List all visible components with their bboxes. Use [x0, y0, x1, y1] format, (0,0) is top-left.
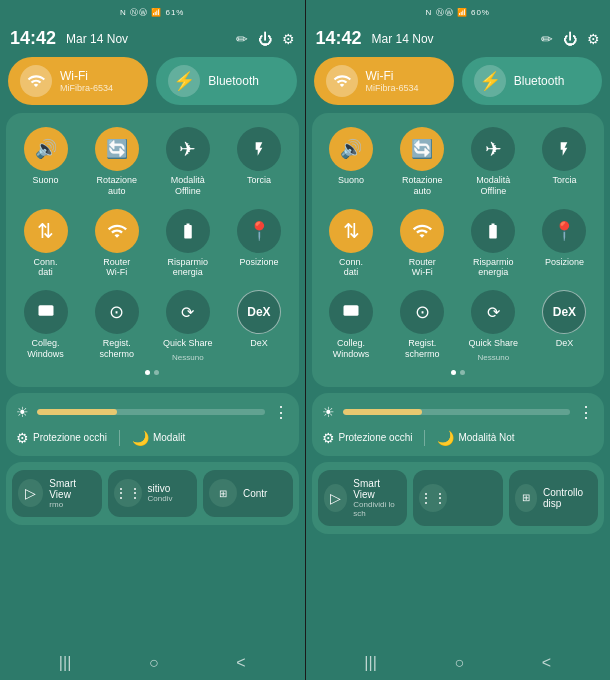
modalita-icon-2: ✈: [471, 127, 515, 171]
nav-back-2[interactable]: <: [542, 654, 551, 672]
dot-1: [145, 370, 150, 375]
protezione-occhi-1[interactable]: ⚙ Protezione occhi: [16, 430, 107, 446]
grid-rotazione-2[interactable]: 🔄 Rotazioneauto: [389, 123, 456, 201]
grid-regist-1[interactable]: ⊙ Regist.schermo: [83, 286, 150, 366]
quick-grid-1: 🔊 Suono 🔄 Rotazioneauto ✈ ModalitàOfflin…: [12, 123, 293, 366]
smart-view-label-2: Smart View: [353, 478, 401, 500]
router-icon-1: [95, 209, 139, 253]
brightness-fill-2: [343, 409, 423, 415]
nav-menu-2[interactable]: |||: [364, 654, 376, 672]
brightness-bar-2[interactable]: [343, 409, 571, 415]
controllo-btn-1[interactable]: ⊞ Contr: [203, 470, 293, 517]
grid-risparmio-2[interactable]: Risparmioenergia: [460, 205, 527, 283]
grid-torcia-1[interactable]: Torcia: [225, 123, 292, 201]
smart-view-sub-2: Condividi lo sch: [353, 500, 401, 518]
posizione-icon-2: 📍: [542, 209, 586, 253]
grid-modalita-1[interactable]: ✈ ModalitàOffline: [154, 123, 221, 201]
bluetooth-label-2: Bluetooth: [514, 74, 565, 88]
grid-rotazione-1[interactable]: 🔄 Rotazioneauto: [83, 123, 150, 201]
smart-view-text-1: Smart View rmo: [49, 478, 95, 509]
grid-risparmio-1[interactable]: Risparmioenergia: [154, 205, 221, 283]
colleg-icon-2: [329, 290, 373, 334]
smart-view-label-1: Smart View: [49, 478, 95, 500]
grid-router-2[interactable]: RouterWi-Fi: [389, 205, 456, 283]
bluetooth-toggle-1[interactable]: ⚡ Bluetooth: [156, 57, 296, 105]
router-label-2: RouterWi-Fi: [409, 257, 436, 279]
torcia-icon-2: [542, 127, 586, 171]
settings-icon-1[interactable]: ⚙: [282, 31, 295, 47]
dispositivo-btn-1[interactable]: ⋮⋮ sitivo Condiv: [108, 470, 198, 517]
controllo-btn-2[interactable]: ⊞ Controllo disp: [509, 470, 599, 526]
brightness-bar-1[interactable]: [37, 409, 265, 415]
modalita-notte-1[interactable]: 🌙 Modalit: [132, 430, 185, 446]
grid-suono-1[interactable]: 🔊 Suono: [12, 123, 79, 201]
nav-home-2[interactable]: ○: [454, 654, 464, 672]
modalita-notte-label-1: Modalit: [153, 432, 185, 443]
regist-icon-2: ⊙: [400, 290, 444, 334]
power-icon-1[interactable]: ⏻: [258, 31, 272, 47]
conn-label-1: Conn.dati: [34, 257, 58, 279]
suono-icon-1: 🔊: [24, 127, 68, 171]
grid-quickshare-1[interactable]: ⟳ Quick Share Nessuno: [154, 286, 221, 366]
dex-label-2: DeX: [556, 338, 574, 349]
wifi-toggle-2[interactable]: Wi-Fi MiFibra-6534: [314, 57, 454, 105]
dot-4: [460, 370, 465, 375]
grid-quickshare-2[interactable]: ⟳ Quick Share Nessuno: [460, 286, 527, 366]
rotazione-label-2: Rotazioneauto: [402, 175, 443, 197]
grid-torcia-2[interactable]: Torcia: [531, 123, 598, 201]
mode-row-2: ⚙ Protezione occhi 🌙 Modalità Not: [322, 430, 595, 446]
time-2: 14:42: [316, 28, 362, 49]
grid-conn-1[interactable]: ⇅ Conn.dati: [12, 205, 79, 283]
grid-posizione-2[interactable]: 📍 Posizione: [531, 205, 598, 283]
nav-home-1[interactable]: ○: [149, 654, 159, 672]
dispositivo-text-1: sitivo Condiv: [148, 483, 173, 503]
grid-router-1[interactable]: RouterWi-Fi: [83, 205, 150, 283]
smart-view-btn-1[interactable]: ▷ Smart View rmo: [12, 470, 102, 517]
grid-posizione-1[interactable]: 📍 Posizione: [225, 205, 292, 283]
grid-suono-2[interactable]: 🔊 Suono: [318, 123, 385, 201]
grid-colleg-1[interactable]: Colleg.Windows: [12, 286, 79, 366]
nav-back-1[interactable]: <: [236, 654, 245, 672]
edit-icon-1[interactable]: ✏: [236, 31, 248, 47]
modalita-notte-label-2: Modalità Not: [458, 432, 514, 443]
grid-colleg-2[interactable]: Colleg.Windows: [318, 286, 385, 366]
date-2: Mar 14 Nov: [372, 32, 535, 46]
controllo-label-2: Controllo disp: [543, 487, 592, 509]
regist-label-2: Regist.schermo: [405, 338, 440, 360]
mode-row-1: ⚙ Protezione occhi 🌙 Modalit: [16, 430, 289, 446]
power-icon-2[interactable]: ⏻: [563, 31, 577, 47]
modalita-notte-2[interactable]: 🌙 Modalità Not: [437, 430, 514, 446]
bluetooth-toggle-2[interactable]: ⚡ Bluetooth: [462, 57, 602, 105]
dispositivo-btn-2[interactable]: ⋮⋮: [413, 470, 503, 526]
grid-conn-2[interactable]: ⇅ Conn.dati: [318, 205, 385, 283]
grid-modalita-2[interactable]: ✈ ModalitàOffline: [460, 123, 527, 201]
wifi-sublabel-1: MiFibra-6534: [60, 83, 113, 93]
brightness-more-1[interactable]: ⋮: [273, 403, 289, 422]
quickshare-icon-2: ⟳: [471, 290, 515, 334]
colleg-label-2: Colleg.Windows: [333, 338, 370, 360]
date-1: Mar 14 Nov: [66, 32, 229, 46]
settings-icon-2[interactable]: ⚙: [587, 31, 600, 47]
grid-dex-1[interactable]: DeX DeX: [225, 286, 292, 366]
grid-dex-2[interactable]: DeX DeX: [531, 286, 598, 366]
torcia-label-1: Torcia: [247, 175, 271, 186]
protezione-occhi-2[interactable]: ⚙ Protezione occhi: [322, 430, 413, 446]
svg-rect-1: [344, 305, 359, 316]
posizione-icon-1: 📍: [237, 209, 281, 253]
modalita-label-1: ModalitàOffline: [171, 175, 205, 197]
posizione-label-1: Posizione: [239, 257, 278, 268]
nav-menu-1[interactable]: |||: [59, 654, 71, 672]
posizione-label-2: Posizione: [545, 257, 584, 268]
wifi-icon-1: [20, 65, 52, 97]
risparmio-label-1: Risparmioenergia: [168, 257, 209, 279]
brightness-more-2[interactable]: ⋮: [578, 403, 594, 422]
status-bar-1: N ⓃⓌ 📶 61%: [0, 0, 305, 24]
quickshare-label-1: Quick Share: [163, 338, 213, 349]
edit-icon-2[interactable]: ✏: [541, 31, 553, 47]
bluetooth-label-1: Bluetooth: [208, 74, 259, 88]
dex-icon-1: DeX: [237, 290, 281, 334]
grid-regist-2[interactable]: ⊙ Regist.schermo: [389, 286, 456, 366]
moon-icon-1: 🌙: [132, 430, 149, 446]
smart-view-btn-2[interactable]: ▷ Smart View Condividi lo sch: [318, 470, 408, 526]
wifi-toggle-1[interactable]: Wi-Fi MiFibra-6534: [8, 57, 148, 105]
